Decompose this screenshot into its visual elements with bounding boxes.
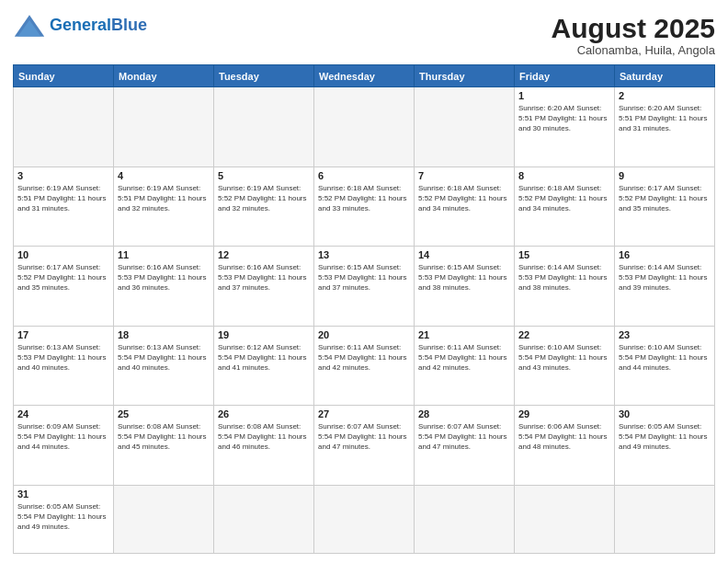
day-number: 17 — [17, 329, 109, 340]
calendar-cell: 6Sunrise: 6:18 AM Sunset: 5:52 PM Daylig… — [314, 167, 415, 247]
calendar-cell: 13Sunrise: 6:15 AM Sunset: 5:53 PM Dayli… — [314, 247, 415, 327]
calendar-cell: 3Sunrise: 6:19 AM Sunset: 5:51 PM Daylig… — [14, 167, 114, 247]
day-number: 11 — [118, 249, 210, 260]
day-info: Sunrise: 6:11 AM Sunset: 5:54 PM Dayligh… — [418, 342, 510, 373]
calendar-cell: 26Sunrise: 6:08 AM Sunset: 5:54 PM Dayli… — [214, 406, 314, 486]
calendar-cell — [214, 87, 314, 167]
logo-text: GeneralBlue — [50, 17, 147, 35]
calendar-cell: 31Sunrise: 6:05 AM Sunset: 5:54 PM Dayli… — [14, 485, 114, 554]
day-number: 9 — [619, 170, 711, 181]
calendar-table: SundayMondayTuesdayWednesdayThursdayFrid… — [13, 64, 715, 554]
logo-blue: Blue — [111, 16, 147, 34]
day-number: 20 — [318, 329, 410, 340]
day-info: Sunrise: 6:05 AM Sunset: 5:54 PM Dayligh… — [619, 421, 711, 453]
calendar-header-friday: Friday — [515, 65, 615, 87]
calendar-cell: 22Sunrise: 6:10 AM Sunset: 5:54 PM Dayli… — [515, 326, 615, 406]
day-number: 4 — [118, 170, 210, 181]
calendar-cell — [314, 87, 415, 167]
day-number: 7 — [418, 170, 510, 181]
day-number: 13 — [318, 249, 410, 260]
day-number: 28 — [418, 408, 510, 419]
calendar-cell: 1Sunrise: 6:20 AM Sunset: 5:51 PM Daylig… — [515, 87, 615, 167]
calendar-cell — [615, 485, 715, 554]
day-info: Sunrise: 6:16 AM Sunset: 5:53 PM Dayligh… — [118, 262, 210, 293]
day-info: Sunrise: 6:08 AM Sunset: 5:54 PM Dayligh… — [118, 421, 210, 453]
calendar-cell — [415, 485, 515, 554]
logo-icon — [13, 13, 46, 39]
day-number: 8 — [518, 170, 610, 181]
calendar-cell: 10Sunrise: 6:17 AM Sunset: 5:52 PM Dayli… — [14, 247, 114, 327]
calendar-cell: 21Sunrise: 6:11 AM Sunset: 5:54 PM Dayli… — [415, 326, 515, 406]
day-info: Sunrise: 6:10 AM Sunset: 5:54 PM Dayligh… — [518, 342, 610, 373]
day-number: 16 — [619, 249, 711, 260]
day-number: 5 — [218, 170, 310, 181]
calendar-cell: 23Sunrise: 6:10 AM Sunset: 5:54 PM Dayli… — [615, 326, 715, 406]
calendar-cell: 12Sunrise: 6:16 AM Sunset: 5:53 PM Dayli… — [214, 247, 314, 327]
calendar-week-row: 24Sunrise: 6:09 AM Sunset: 5:54 PM Dayli… — [14, 406, 715, 486]
calendar-cell: 29Sunrise: 6:06 AM Sunset: 5:54 PM Dayli… — [515, 406, 615, 486]
day-number: 15 — [518, 249, 610, 260]
calendar-cell — [114, 87, 214, 167]
logo: GeneralBlue — [13, 13, 147, 39]
calendar-cell: 18Sunrise: 6:13 AM Sunset: 5:54 PM Dayli… — [114, 326, 214, 406]
day-info: Sunrise: 6:13 AM Sunset: 5:54 PM Dayligh… — [118, 342, 210, 373]
calendar-cell: 20Sunrise: 6:11 AM Sunset: 5:54 PM Dayli… — [314, 326, 415, 406]
calendar-header-row: SundayMondayTuesdayWednesdayThursdayFrid… — [14, 65, 715, 87]
day-number: 31 — [17, 488, 109, 500]
calendar-cell: 17Sunrise: 6:13 AM Sunset: 5:53 PM Dayli… — [14, 326, 114, 406]
day-number: 26 — [218, 408, 310, 419]
logo-general: General — [50, 16, 111, 34]
day-number: 1 — [518, 90, 610, 101]
calendar-cell — [415, 87, 515, 167]
day-info: Sunrise: 6:09 AM Sunset: 5:54 PM Dayligh… — [17, 421, 109, 453]
location-subtitle: Calonamba, Huila, Angola — [552, 43, 715, 57]
day-number: 22 — [518, 329, 610, 340]
calendar-cell: 25Sunrise: 6:08 AM Sunset: 5:54 PM Dayli… — [114, 406, 214, 486]
day-info: Sunrise: 6:14 AM Sunset: 5:53 PM Dayligh… — [518, 262, 610, 293]
calendar-week-row: 31Sunrise: 6:05 AM Sunset: 5:54 PM Dayli… — [14, 485, 715, 554]
calendar-cell: 8Sunrise: 6:18 AM Sunset: 5:52 PM Daylig… — [515, 167, 615, 247]
calendar-cell: 14Sunrise: 6:15 AM Sunset: 5:53 PM Dayli… — [415, 247, 515, 327]
day-info: Sunrise: 6:13 AM Sunset: 5:53 PM Dayligh… — [17, 342, 109, 373]
day-info: Sunrise: 6:15 AM Sunset: 5:53 PM Dayligh… — [418, 262, 510, 293]
title-block: August 2025 Calonamba, Huila, Angola — [552, 13, 715, 57]
day-info: Sunrise: 6:16 AM Sunset: 5:53 PM Dayligh… — [218, 262, 310, 293]
day-info: Sunrise: 6:18 AM Sunset: 5:52 PM Dayligh… — [418, 183, 510, 214]
day-number: 23 — [619, 329, 711, 340]
calendar-cell: 4Sunrise: 6:19 AM Sunset: 5:51 PM Daylig… — [114, 167, 214, 247]
day-number: 27 — [318, 408, 410, 419]
day-number: 6 — [318, 170, 410, 181]
calendar-cell: 15Sunrise: 6:14 AM Sunset: 5:53 PM Dayli… — [515, 247, 615, 327]
calendar-cell: 28Sunrise: 6:07 AM Sunset: 5:54 PM Dayli… — [415, 406, 515, 486]
day-info: Sunrise: 6:07 AM Sunset: 5:54 PM Dayligh… — [318, 421, 410, 453]
calendar-cell: 7Sunrise: 6:18 AM Sunset: 5:52 PM Daylig… — [415, 167, 515, 247]
day-info: Sunrise: 6:12 AM Sunset: 5:54 PM Dayligh… — [218, 342, 310, 373]
calendar-cell: 19Sunrise: 6:12 AM Sunset: 5:54 PM Dayli… — [214, 326, 314, 406]
day-info: Sunrise: 6:19 AM Sunset: 5:51 PM Dayligh… — [17, 183, 109, 214]
day-number: 2 — [619, 90, 711, 101]
calendar-header-saturday: Saturday — [615, 65, 715, 87]
calendar-week-row: 1Sunrise: 6:20 AM Sunset: 5:51 PM Daylig… — [14, 87, 715, 167]
calendar-header-sunday: Sunday — [14, 65, 114, 87]
calendar-cell — [114, 485, 214, 554]
day-number: 12 — [218, 249, 310, 260]
day-number: 24 — [17, 408, 109, 419]
day-info: Sunrise: 6:20 AM Sunset: 5:51 PM Dayligh… — [619, 103, 711, 134]
day-info: Sunrise: 6:11 AM Sunset: 5:54 PM Dayligh… — [318, 342, 410, 373]
calendar-week-row: 17Sunrise: 6:13 AM Sunset: 5:53 PM Dayli… — [14, 326, 715, 406]
day-info: Sunrise: 6:19 AM Sunset: 5:51 PM Dayligh… — [118, 183, 210, 214]
day-info: Sunrise: 6:14 AM Sunset: 5:53 PM Dayligh… — [619, 262, 711, 293]
day-info: Sunrise: 6:05 AM Sunset: 5:54 PM Dayligh… — [17, 501, 109, 533]
day-number: 14 — [418, 249, 510, 260]
calendar-cell — [515, 485, 615, 554]
calendar-week-row: 3Sunrise: 6:19 AM Sunset: 5:51 PM Daylig… — [14, 167, 715, 247]
day-number: 10 — [17, 249, 109, 260]
calendar-cell: 5Sunrise: 6:19 AM Sunset: 5:52 PM Daylig… — [214, 167, 314, 247]
calendar-cell: 9Sunrise: 6:17 AM Sunset: 5:52 PM Daylig… — [615, 167, 715, 247]
month-title: August 2025 — [552, 13, 715, 43]
day-info: Sunrise: 6:10 AM Sunset: 5:54 PM Dayligh… — [619, 342, 711, 373]
calendar-cell: 30Sunrise: 6:05 AM Sunset: 5:54 PM Dayli… — [615, 406, 715, 486]
day-number: 3 — [17, 170, 109, 181]
calendar-cell: 11Sunrise: 6:16 AM Sunset: 5:53 PM Dayli… — [114, 247, 214, 327]
calendar-week-row: 10Sunrise: 6:17 AM Sunset: 5:52 PM Dayli… — [14, 247, 715, 327]
